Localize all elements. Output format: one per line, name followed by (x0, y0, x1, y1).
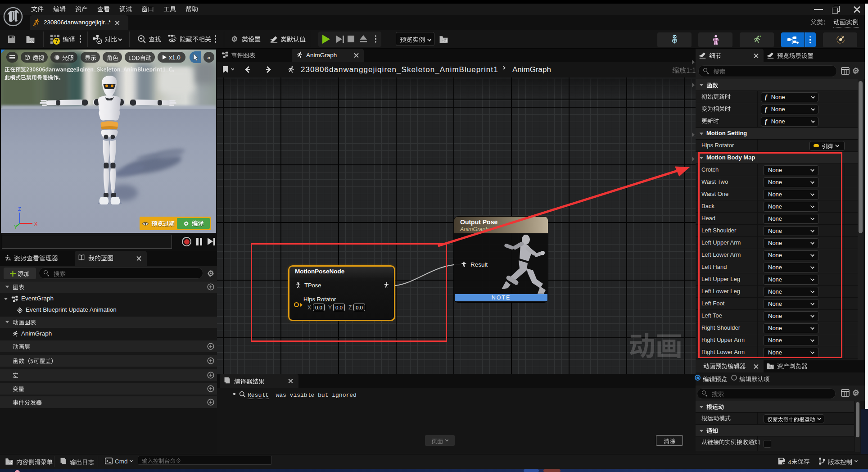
svg-text:Y: Y (14, 224, 18, 229)
svg-text:X: X (34, 221, 38, 227)
svg-text:Z: Z (18, 206, 21, 212)
